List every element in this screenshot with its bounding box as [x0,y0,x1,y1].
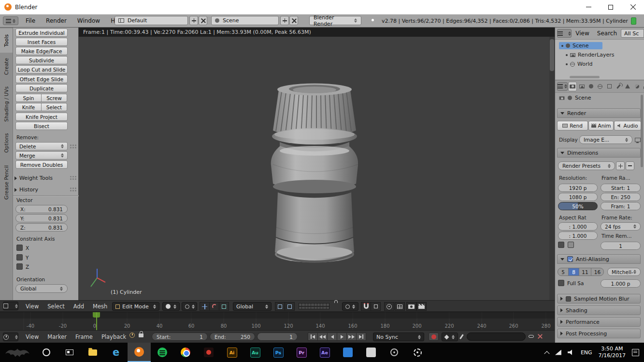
properties-scrollbar[interactable] [641,95,643,167]
opengl-render-button[interactable] [406,302,416,311]
display-mode-select[interactable]: Image E... [579,135,632,144]
viewport-3d[interactable]: Frame:1 | Time:00:39.43 | Ve:2270 Fa:206… [79,28,555,300]
tray-expand-icon[interactable] [544,351,549,356]
tab-tools[interactable]: Tools [0,29,13,53]
language-indicator[interactable]: ENG [581,349,592,356]
tab-grease-pencil[interactable]: Grease Pencil [0,159,13,205]
performance-panel-header[interactable]: Performance [557,317,641,327]
weight-tools-panel-header[interactable]: Weight Tools [14,175,53,181]
viewport-scrollbar-handle[interactable] [550,39,554,71]
aa-filter-select[interactable]: Mitchell- [607,268,641,276]
camera-app-button[interactable] [383,343,406,362]
outliner-item-renderlayers[interactable]: RenderLayers [555,50,644,59]
clock[interactable]: 3:50 AM 7/16/2017 [599,346,626,360]
frame-start-field[interactable]: Start:1 [152,333,208,341]
offset-edge-slide-button[interactable]: Offset Edge Slide [15,75,68,83]
scene-selector[interactable]: Scene [211,16,279,25]
after-effects-button[interactable]: Ae [313,343,336,362]
history-panel-header[interactable]: History [14,187,38,193]
manipulator-scale-button[interactable] [219,302,229,311]
current-frame-field[interactable]: 1 [257,333,298,341]
viewport-shading-select[interactable] [162,302,180,311]
audio-button[interactable]: Audio [614,121,641,130]
lock-icon[interactable] [139,333,143,337]
tab-options[interactable]: Options [0,128,13,158]
frame-rate-select[interactable]: 24 fps [601,222,641,231]
menu-render[interactable]: Render [41,17,72,24]
frame-step-field[interactable]: Fram: 1 [601,202,641,210]
play-button[interactable] [337,333,347,341]
inset-faces-button[interactable]: Inset Faces [15,38,68,46]
aa-pixel-size-field[interactable]: 1.000 p [601,279,641,288]
pivot-point-select[interactable] [182,302,197,311]
photoshop-button[interactable]: Ps [267,343,290,362]
remove-preset-button[interactable] [626,161,634,170]
subdivide-button[interactable]: Subdivide [15,56,68,64]
aa-samples-16-button[interactable]: 16 [591,268,604,276]
add-scene-button[interactable] [280,16,289,25]
resolution-percentage-slider[interactable]: 50% [558,202,598,210]
tab-scene[interactable] [587,82,595,91]
red-app-button[interactable] [197,343,220,362]
active-keying-set-field[interactable] [467,333,526,341]
merge-menu[interactable]: Merge [15,151,68,159]
menu-view[interactable]: View [21,303,43,310]
file-explorer-button[interactable] [81,343,104,362]
menu-view[interactable]: View [21,333,43,340]
tab-render[interactable] [568,82,577,91]
link-icon[interactable] [529,335,534,338]
pencil-icon[interactable] [459,334,463,339]
action-center-icon[interactable] [632,349,639,356]
vector-y-field[interactable]: Y:0.831 [15,214,68,222]
menu-select[interactable]: Select [43,303,69,310]
next-keyframe-button[interactable] [346,333,357,341]
start-button[interactable] [0,343,35,362]
crop-checkbox[interactable] [568,242,574,248]
tab-world[interactable] [596,82,604,91]
constraint-z-checkbox[interactable]: Z [16,263,29,270]
render-presets-select[interactable]: Render Presets [558,161,615,170]
outliner-item-world[interactable]: World [555,59,644,69]
layers-widget[interactable] [299,303,329,309]
frame-start-field[interactable]: Start: 1 [601,184,641,192]
proportional-edit-select[interactable] [342,302,358,311]
cylinder-mesh-object[interactable] [268,82,361,275]
add-preset-button[interactable] [616,161,625,170]
editor-type-button[interactable] [3,333,18,341]
aa-samples-8-button[interactable]: 8 [568,268,579,276]
jump-to-end-button[interactable] [356,333,366,341]
menu-add[interactable]: Add [69,303,88,310]
border-checkbox[interactable] [558,242,564,248]
sync-mode-select[interactable]: No Sync [373,333,424,341]
spin-button[interactable]: Spin [15,94,42,102]
menu-search[interactable]: Search [593,30,621,37]
vector-x-field[interactable]: X:0.831 [15,205,68,213]
tab-data[interactable] [623,82,632,91]
aa-samples-5-button[interactable]: 5 [558,268,569,276]
tab-create[interactable]: Create [0,54,13,80]
knife-project-button[interactable]: Knife Project [15,113,68,121]
menu-view[interactable]: View [572,30,593,37]
viewport-scrollbar[interactable] [549,37,555,300]
tab-object[interactable] [605,82,614,91]
blender-taskbar-button[interactable] [128,343,151,362]
menu-marker[interactable]: Marker [43,333,71,340]
vector-z-field[interactable]: Z:0.831 [15,223,68,232]
illustrator-button[interactable]: Ai [220,343,243,362]
bisect-button[interactable]: Bisect [15,122,68,130]
tab-shading-uvs[interactable]: Shading / UVs [0,81,13,127]
blue-app-button[interactable] [336,343,359,362]
outliner-item-scene[interactable]: Scene [555,41,644,50]
settings-button[interactable] [406,343,429,362]
audition-button[interactable]: Au [243,343,267,362]
full-sample-checkbox[interactable]: Full Sa [558,280,584,286]
outliner-scrollbar[interactable] [570,76,600,78]
knife-button[interactable]: Knife [15,103,42,111]
occlude-geometry-button[interactable] [285,302,295,311]
manipulator-rotate-button[interactable] [209,302,219,311]
keying-set-select[interactable] [442,333,458,341]
close-button[interactable] [622,0,644,14]
editor-type-button[interactable] [557,29,572,38]
snap-element-select[interactable] [371,302,381,311]
resolution-x-field[interactable]: 1920 p [558,184,598,192]
